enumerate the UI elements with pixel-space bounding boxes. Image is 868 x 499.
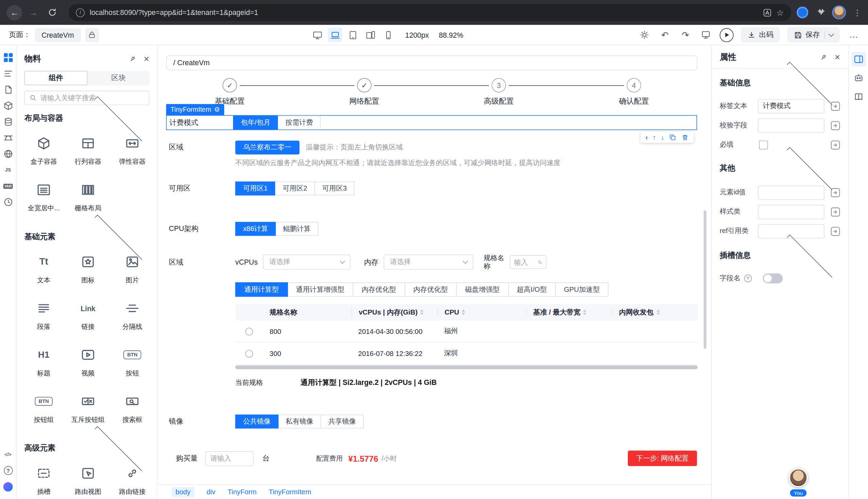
extensions-puzzle-icon[interactable] [815,8,825,17]
material-item[interactable]: Link链接 [66,295,110,342]
i18n-globe-icon[interactable] [2,148,14,160]
datasource-icon[interactable] [2,116,14,127]
material-item[interactable]: 图标 [66,249,110,295]
node-path-item[interactable]: div [207,488,216,496]
canvas-width-value[interactable]: 1200px [405,31,429,39]
sort-icon[interactable] [656,309,660,315]
browser-reload-button[interactable] [44,5,60,20]
bind-variable-icon[interactable] [830,187,840,197]
image-option-button[interactable]: 共享镜像 [321,414,364,428]
props-section-basic[interactable]: 基础信息 [720,77,839,89]
table-row[interactable]: 800 2014-04-30 00:56:00 福州 [235,321,698,343]
toolbar-more-button[interactable]: … [847,28,860,41]
az-option-button[interactable]: 可用区3 [314,181,354,195]
source-code-icon[interactable]: </> [2,449,14,460]
section-layout-containers[interactable]: 布局与容器 [24,113,149,124]
gear-icon[interactable]: ⚙ [214,106,220,113]
bind-variable-icon[interactable] [830,101,840,111]
device-laptop-button[interactable] [328,27,342,42]
quantity-input[interactable] [210,454,248,462]
spec-tab[interactable]: 磁盘增强型 [456,282,509,296]
node-path-item[interactable]: body [172,487,194,497]
close-icon[interactable]: ✕ [143,55,149,63]
table-header-cell[interactable]: vCPUs | 内存(GiB) [352,308,438,317]
sort-icon[interactable] [420,309,424,315]
table-header-cell[interactable]: CPU [437,308,526,317]
redo-button[interactable]: ↷ [679,28,692,41]
browser-profile-avatar[interactable] [832,5,846,19]
export-code-button[interactable]: 出码 [741,27,780,43]
lock-button[interactable] [85,28,99,42]
table-header-cell[interactable]: 内网收发包 [612,308,698,317]
element-id-input[interactable] [758,185,824,199]
page-name-chip[interactable]: CreateVm [35,28,81,42]
billing-option-button[interactable]: 按需计费 [278,116,321,130]
ai-assistant-icon[interactable] [851,71,866,85]
save-dropdown-icon[interactable] [829,31,834,36]
site-info-icon[interactable]: i [76,8,85,17]
material-item[interactable]: 插槽 [22,461,65,499]
selected-component-tag[interactable]: TinyFormItem ⚙ [166,104,224,115]
device-mobile-button[interactable] [381,27,395,42]
materials-plugin-icon[interactable] [2,52,14,63]
bridge-icon[interactable] [2,132,14,143]
next-step-button[interactable]: 下一步: 网络配置 [628,450,697,466]
label-text-input[interactable] [758,99,824,113]
collaborator-presence[interactable]: You [786,468,810,497]
pin-icon[interactable] [819,53,828,61]
billing-option-button[interactable]: 包年/包月 [233,116,278,130]
selected-form-item[interactable]: 计费模式 包年/包月 按需计费 [166,115,697,130]
account-sync-icon[interactable] [797,7,808,19]
horizontal-scrollbar[interactable] [235,365,698,369]
history-clock-icon[interactable] [2,197,14,208]
material-item[interactable]: 路由视图 [66,461,110,499]
device-responsive-button[interactable] [363,27,377,42]
node-path-item[interactable]: TinyFormItem [269,488,311,496]
tab-components[interactable]: 组件 [24,71,88,85]
docs-panel-icon[interactable] [851,90,866,104]
spec-tab[interactable]: 内存优化型 [353,282,405,296]
row-radio[interactable] [245,327,253,335]
spec-tab[interactable]: GPU加速型 [555,282,609,296]
section-basic-elements[interactable]: 基础元素 [24,231,149,243]
undo-button[interactable]: ↶ [658,28,672,41]
tab-blocks[interactable]: 区块 [87,71,149,85]
spec-tab[interactable]: 通用计算型 [235,282,288,296]
pin-icon[interactable] [129,55,137,63]
slot-toggle[interactable] [763,273,783,283]
bind-variable-icon[interactable] [830,226,840,236]
material-item[interactable]: 互斥按钮组 [66,389,110,435]
board-settings-button[interactable] [699,28,712,41]
cpu-option-button[interactable]: 鲲鹏计算 [275,222,318,236]
az-option-button[interactable]: 可用区1 [235,181,276,195]
image-option-button[interactable]: 私有镜像 [278,414,321,428]
material-item[interactable]: 行列容器 [66,131,110,177]
preview-play-button[interactable] [720,28,733,42]
block-manage-icon[interactable] [2,100,14,111]
save-button[interactable]: 保存 [787,27,840,43]
bind-variable-icon[interactable] [830,207,840,217]
move-up-icon[interactable]: ↑ [652,134,656,141]
table-header-cell[interactable]: 基准 / 最大带宽 [526,308,612,317]
plugin-logo-icon[interactable] [2,481,14,492]
js-panel-icon[interactable]: JS [2,165,14,175]
browser-forward-button[interactable]: → [25,5,41,20]
move-down-icon[interactable]: ↓ [661,134,664,141]
cpu-option-button[interactable]: x86计算 [235,222,276,236]
close-icon[interactable]: ✕ [834,53,841,61]
quantity-field[interactable] [206,451,254,466]
browser-menu-icon[interactable]: ⋮ [853,8,861,17]
material-item[interactable]: 视频 [66,342,110,389]
sort-icon[interactable] [583,309,587,315]
spec-name-input[interactable] [514,258,536,266]
material-item[interactable]: 图片 [111,249,154,295]
copy-icon[interactable] [669,134,676,141]
canvas-zoom-value[interactable]: 88.92% [439,31,463,39]
page-manage-icon[interactable] [2,84,14,96]
style-class-input[interactable] [758,205,824,219]
device-tablet-button[interactable] [345,27,360,42]
props-section-slot[interactable]: 插槽信息 [720,250,839,261]
material-item[interactable]: 段落 [22,295,65,342]
material-item[interactable]: 全宽居中... [22,177,65,223]
bind-variable-icon[interactable] [830,120,840,130]
